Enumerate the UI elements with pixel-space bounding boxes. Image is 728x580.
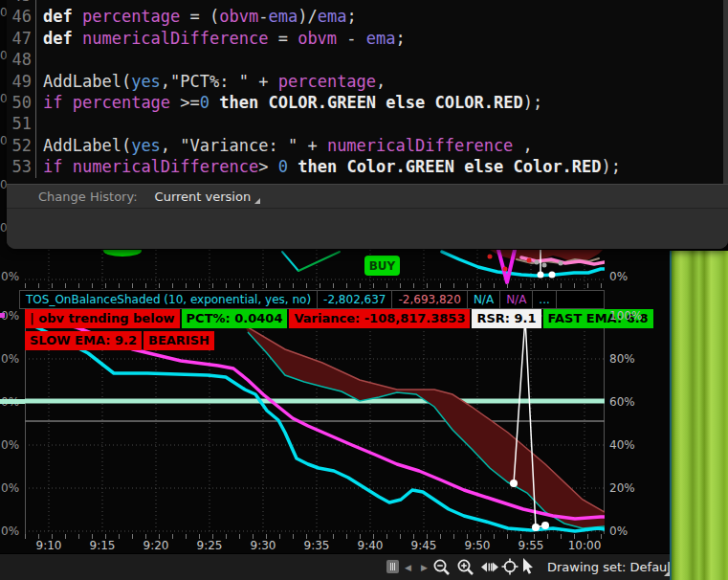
code-text: def numericalDifference = obvm - ema; (36, 28, 406, 49)
pan-horizontal-icon[interactable] (481, 561, 498, 573)
red-dots (503, 267, 508, 272)
scroll-left-icon[interactable]: ◀ (405, 561, 411, 574)
line-number: 48 (7, 49, 36, 70)
buy-signal-badge: BUY (364, 256, 400, 276)
time-tick-label: 9:25 (188, 539, 231, 552)
upper-axis-0pct: 0% (609, 270, 628, 283)
zoom-out-icon[interactable] (432, 558, 452, 577)
drawing-set-selector[interactable]: Drawing set: Default (547, 560, 675, 574)
change-history-panel (7, 209, 728, 249)
gray-dots (535, 260, 540, 265)
axis-label-fragment: 0% (1, 438, 19, 452)
line-number: 49 (7, 71, 36, 92)
white-marker-dots (510, 480, 518, 487)
axis-label-fragment: 0% (1, 481, 19, 495)
white-dots (538, 272, 544, 279)
y-axis-label: 80% (609, 352, 635, 366)
scroll-right-icon[interactable]: ▶ (421, 561, 428, 574)
line-number: 47 (7, 28, 36, 49)
time-tick-label: 9:15 (81, 539, 123, 552)
change-history-dropdown-icon[interactable] (254, 198, 260, 204)
status-chip: Variance: -108,817.3853 (289, 309, 470, 328)
status-chip-row-2: SLOW EMA: 9.2BEARISH (25, 331, 214, 350)
status-chip: SLOW EMA: 9.2 (25, 331, 142, 350)
code-line[interactable]: 49AddLabel(yes,"PCT%: " + percentage, (7, 71, 728, 92)
y-axis-label: 20% (609, 481, 635, 495)
white-marker-dots (541, 522, 549, 529)
code-editor[interactable]: 4546def percentage = (obvm-ema)/ema;47de… (7, 0, 728, 184)
left-pane-line-fragment (0, 313, 5, 318)
time-tick-label: 9:50 (456, 539, 498, 552)
change-history-value[interactable]: Current version (155, 190, 252, 204)
study-value: N/A (468, 291, 500, 308)
study-value: N/A (500, 291, 533, 308)
code-text: AddLabel(yes, "Variance: " + numericalDi… (36, 135, 533, 156)
y-axis-label: 40% (609, 438, 635, 452)
study-value: -2,802,637 (318, 291, 392, 308)
line-number: 51 (7, 113, 36, 134)
axis-label-fragment: 0% (1, 524, 19, 538)
editor-scrollbar[interactable] (723, 0, 728, 184)
red-dots (488, 255, 493, 259)
code-line[interactable]: 52AddLabel(yes, "Variance: " + numerical… (7, 135, 728, 156)
signal-v-right (298, 252, 340, 271)
study-header-row[interactable]: TOS_OnBalanceShaded (10, exponential, ye… (19, 290, 605, 309)
code-text (36, 49, 43, 70)
y-axis-label: 0% (609, 524, 628, 538)
y-axis-label: 100% (609, 309, 642, 323)
code-text: if numericalDifference> 0 then Color.GRE… (36, 156, 621, 177)
scroll-grip-icon[interactable] (386, 560, 399, 573)
tos-platform-window: { "editor": { "partial_top_line_num": "4… (0, 0, 728, 580)
red-dots (527, 258, 532, 263)
study-value: ... (533, 291, 556, 308)
code-line[interactable]: 51 (7, 113, 728, 134)
script-editor-dialog: 4546def percentage = (obvm-ema)/ema;47de… (7, 0, 728, 249)
time-tick-label: 9:10 (28, 539, 70, 552)
time-tick-label: 9:40 (349, 539, 391, 552)
line-number: 50 (7, 92, 36, 113)
time-tick-label: 9:30 (242, 539, 284, 552)
status-chip: RSR: 9.1 (472, 309, 540, 328)
code-text: if percentage >=0 then COLOR.GREEN else … (36, 92, 542, 113)
time-tick-label: 9:55 (510, 539, 552, 552)
green-gradient-stripe (670, 251, 728, 580)
study-header-spacer (557, 291, 604, 308)
gray-dots (559, 261, 563, 266)
white-dots (549, 272, 556, 279)
left-pane-level-line (0, 399, 25, 404)
line-number: 53 (7, 156, 36, 177)
status-chip: | obv trending below (25, 309, 180, 328)
crosshair-icon[interactable] (501, 558, 518, 575)
code-text: def percentage = (obvm-ema)/ema; (36, 6, 357, 27)
axis-label-fragment: 0% (1, 270, 19, 283)
time-tick-label: 9:45 (403, 539, 445, 552)
line-number: 52 (7, 135, 36, 156)
change-history-label: Change History: (38, 190, 138, 204)
time-tick-label: 9:35 (296, 539, 338, 552)
study-value: -2,693,820 (392, 291, 467, 308)
upper-axis-ticks (25, 283, 605, 288)
green-marker (103, 250, 142, 257)
code-text: AddLabel(yes,"PCT%: " + percentage, (36, 71, 386, 92)
code-line[interactable]: 50if percentage >=0 then COLOR.GREEN els… (7, 92, 728, 113)
code-line[interactable]: 47def numericalDifference = obvm - ema; (7, 28, 728, 49)
study-title[interactable]: TOS_OnBalanceShaded (10, exponential, ye… (20, 291, 318, 308)
change-history-bar: Change History: Current version (7, 184, 728, 209)
y-axis-label: 60% (609, 395, 635, 409)
code-line[interactable]: 53if numericalDifference> 0 then Color.G… (7, 156, 728, 177)
time-tick-label: 9:20 (135, 539, 177, 552)
code-line[interactable]: 46def percentage = (obvm-ema)/ema; (7, 6, 728, 27)
zoom-in-icon[interactable] (456, 558, 475, 577)
line-number: 46 (7, 6, 36, 27)
time-tick-label: 10:00 (563, 539, 606, 552)
cursor-arrow-icon[interactable] (520, 557, 536, 575)
signal-v-left (282, 252, 298, 271)
code-text (36, 113, 43, 134)
status-chip: PCT%: 0.0404 (182, 309, 288, 328)
white-marker-dots (532, 524, 540, 531)
gray-dots (542, 263, 547, 268)
code-line[interactable]: 48 (7, 49, 728, 70)
axis-label-fragment: 0% (1, 352, 19, 366)
status-chip-row-1: | obv trending belowPCT%: 0.0404Variance… (25, 309, 653, 328)
status-chip: BEARISH (143, 331, 214, 350)
